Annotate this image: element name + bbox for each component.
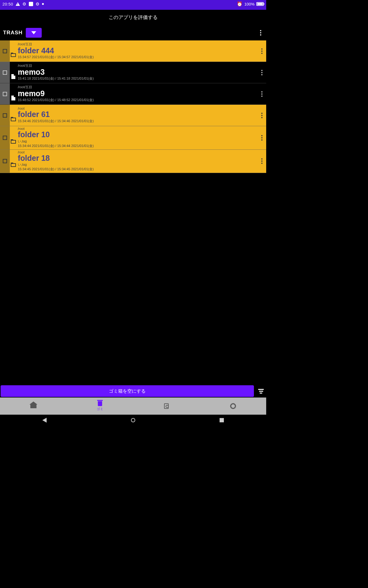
location-label: TRASH (3, 30, 23, 36)
list-item[interactable]: /rootfolder 10い,tag15:34:44 2021/01/01(金… (0, 126, 266, 150)
item-dates: 15:34:46 2021/01/01(金) / 15:34:46 2021/0… (18, 119, 256, 123)
item-dates: 15:41:18 2021/01/01(金) / 15:41:18 2021/0… (18, 76, 256, 81)
item-title: memo3 (18, 68, 256, 77)
item-overflow-button[interactable] (258, 126, 266, 149)
overflow-menu-button[interactable] (258, 28, 263, 37)
status-time: 20:50 (2, 2, 13, 6)
list-item[interactable]: /rootfolder 6115:34:46 2021/01/01(金) / 1… (0, 105, 266, 126)
battery-percent: 100% (244, 2, 255, 6)
tab-trash-label: ゴミ (97, 407, 103, 411)
item-overflow-button[interactable] (258, 105, 266, 126)
location-bar: TRASH (0, 25, 266, 40)
checkbox[interactable] (0, 105, 10, 126)
checkbox[interactable] (0, 62, 10, 83)
item-tags: い,tag (18, 139, 256, 144)
item-dates: 15:34:57 2021/01/01(金) / 15:34:57 2021/0… (18, 55, 256, 59)
location-dropdown-button[interactable] (26, 28, 42, 38)
list-item[interactable]: /root/五目folder 44415:34:57 2021/01/01(金)… (0, 40, 266, 62)
checkbox[interactable] (0, 83, 10, 104)
empty-trash-button[interactable]: ゴミ箱を空にする (1, 385, 254, 397)
tab-search[interactable] (133, 398, 200, 415)
tab-settings[interactable] (200, 398, 266, 415)
chevron-down-icon (31, 31, 36, 34)
item-title: folder 61 (18, 110, 256, 119)
nav-home-button[interactable] (131, 418, 135, 422)
gear-icon: ⚙ (36, 2, 40, 6)
checkbox[interactable] (0, 40, 10, 62)
file-icon (11, 96, 15, 100)
folder-icon (11, 118, 16, 121)
item-dates: 15:48:52 2021/01/01(金) / 15:48:52 2021/0… (18, 98, 256, 102)
search-doc-icon (164, 403, 169, 409)
item-tags: い,tag (18, 162, 256, 167)
item-path: /root/五目 (18, 85, 256, 89)
folder-icon (11, 140, 16, 144)
alarm-icon: ⏰ (237, 1, 243, 7)
tab-home[interactable] (0, 398, 67, 415)
item-title: folder 10 (18, 130, 256, 139)
bottom-tab-bar: ゴミ (0, 398, 266, 415)
folder-icon (11, 53, 16, 57)
item-path: /root (18, 150, 256, 154)
trash-icon (98, 401, 102, 406)
gear-icon (230, 403, 236, 409)
nav-recent-button[interactable] (220, 418, 224, 422)
status-bar: 20:50 ⚙ ⚙ ⏰ 100% (0, 0, 266, 8)
checkbox[interactable] (0, 126, 10, 149)
item-path: /root/五目 (18, 42, 256, 47)
app-icon (29, 2, 33, 6)
trash-list: /root/五目folder 44415:34:57 2021/01/01(金)… (0, 40, 266, 173)
warning-icon (16, 2, 20, 6)
battery-icon (256, 2, 264, 6)
checkbox[interactable] (0, 150, 10, 173)
list-item[interactable]: /root/五目memo315:41:18 2021/01/01(金) / 15… (0, 62, 266, 83)
item-dates: 15:34:44 2021/01/01(金) / 15:34:44 2021/0… (18, 144, 256, 148)
list-item[interactable]: /rootfolder 18い,tag15:34:45 2021/01/01(金… (0, 150, 266, 173)
item-title: folder 18 (18, 154, 256, 163)
item-overflow-button[interactable] (258, 62, 266, 83)
item-overflow-button[interactable] (258, 40, 266, 62)
item-dates: 15:34:45 2021/01/01(金) / 15:34:45 2021/0… (18, 167, 256, 172)
home-icon (30, 404, 36, 408)
item-overflow-button[interactable] (258, 83, 266, 104)
sort-button[interactable] (256, 385, 266, 397)
item-title: folder 444 (18, 47, 256, 55)
tab-trash[interactable]: ゴミ (67, 398, 133, 415)
item-overflow-button[interactable] (258, 150, 266, 173)
bottom-action-row: ゴミ箱を空にする (0, 385, 266, 398)
folder-icon (11, 163, 16, 167)
item-path: /root/五目 (18, 63, 256, 68)
notification-dot-icon (42, 3, 44, 5)
file-icon (11, 74, 15, 79)
system-nav-bar (0, 415, 266, 426)
empty-trash-label: ゴミ箱を空にする (109, 388, 146, 394)
item-path: /root (18, 127, 256, 130)
item-title: memo9 (18, 89, 256, 98)
item-path: /root (18, 107, 256, 110)
rate-app-banner[interactable]: このアプリを評価する (0, 10, 266, 25)
gear-icon: ⚙ (22, 2, 26, 6)
rate-app-label: このアプリを評価する (109, 14, 158, 21)
empty-space (0, 173, 266, 385)
list-item[interactable]: /root/五目memo915:48:52 2021/01/01(金) / 15… (0, 83, 266, 105)
nav-back-button[interactable] (42, 418, 47, 423)
